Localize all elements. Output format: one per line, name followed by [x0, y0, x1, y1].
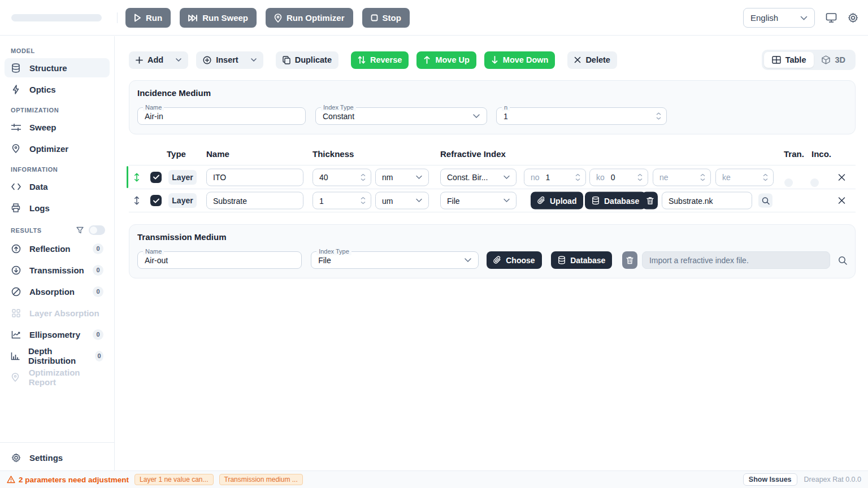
- delete-file-button[interactable]: [622, 251, 637, 269]
- layer-index-type-select[interactable]: Const. Bir...: [440, 168, 517, 186]
- incidence-n-stepper[interactable]: n: [496, 107, 667, 125]
- view-file-button[interactable]: [838, 256, 847, 265]
- layer-thickness-stepper[interactable]: [313, 192, 371, 210]
- duplicate-button[interactable]: Duplicate: [276, 51, 338, 69]
- sidebar-item-reflection[interactable]: Reflection 0: [5, 239, 110, 258]
- stepper-arrows-icon[interactable]: [763, 169, 768, 185]
- layer-checkbox[interactable]: [150, 172, 162, 183]
- import-file-field[interactable]: [642, 251, 830, 269]
- settings-button[interactable]: [848, 12, 858, 23]
- layer-thickness-stepper[interactable]: [313, 168, 371, 186]
- layer-name-field[interactable]: [206, 192, 303, 210]
- layer-ko-stepper[interactable]: ko: [589, 168, 648, 186]
- layer-ke-stepper[interactable]: ke: [715, 168, 774, 186]
- x-icon: [574, 56, 581, 63]
- arrow-up-icon: [423, 56, 431, 64]
- layer-file-field[interactable]: [662, 192, 752, 210]
- drag-handle-icon[interactable]: [133, 172, 140, 182]
- sidebar-item-structure[interactable]: Structure: [5, 58, 110, 77]
- three-d-view-label: 3D: [835, 55, 845, 64]
- ko-input[interactable]: [611, 173, 641, 182]
- layer-unit-select[interactable]: um: [375, 192, 429, 210]
- ke-prefix: ke: [722, 173, 731, 182]
- circle-plus-icon: [203, 56, 211, 64]
- layer-name-field[interactable]: [206, 168, 303, 186]
- layer-ne-stepper[interactable]: ne: [653, 168, 711, 186]
- results-toggle[interactable]: [89, 225, 105, 235]
- run-optimizer-button[interactable]: Run Optimizer: [266, 8, 353, 28]
- filter-icon[interactable]: [76, 226, 84, 234]
- app-header: Run Run Sweep Run Optimizer Stop English: [0, 0, 868, 36]
- view-file-button[interactable]: [758, 194, 772, 208]
- incidence-medium-panel: Incidence Medium Name Index Type Constan…: [129, 80, 856, 134]
- run-sweep-button[interactable]: Run Sweep: [180, 8, 257, 28]
- layer-index-type-select[interactable]: File: [440, 192, 517, 210]
- layer-thickness-input[interactable]: [319, 196, 364, 205]
- remove-layer-button[interactable]: [838, 173, 845, 181]
- sidebar-item-sweep[interactable]: Sweep: [5, 117, 110, 137]
- stepper-arrows-icon[interactable]: [637, 169, 643, 185]
- choose-file-button[interactable]: Choose: [487, 251, 541, 269]
- sidebar-item-optics[interactable]: Optics: [5, 80, 110, 99]
- stop-button[interactable]: Stop: [362, 8, 410, 28]
- run-button[interactable]: Run: [125, 8, 171, 28]
- table-icon: [772, 56, 781, 64]
- layer-name-input[interactable]: [213, 173, 297, 182]
- stepper-arrows-icon[interactable]: [656, 108, 661, 124]
- pin-icon: [274, 14, 282, 23]
- tab-table-view[interactable]: Table: [764, 52, 814, 68]
- layer-no-stepper[interactable]: no: [524, 168, 586, 186]
- incidence-n-input[interactable]: [504, 112, 659, 121]
- layer-thickness-input[interactable]: [319, 173, 364, 182]
- sidebar-item-data[interactable]: Data: [5, 177, 110, 196]
- layers-table: Type Name Thickness Refractive Index Tra…: [129, 147, 856, 212]
- layer-checkbox[interactable]: [150, 195, 162, 206]
- database-button[interactable]: Database: [551, 251, 612, 269]
- layer-file-input[interactable]: [669, 196, 745, 205]
- sidebar-item-transmission[interactable]: Transmission 0: [5, 260, 110, 280]
- issue-badge-transmission[interactable]: Transmission medium ...: [219, 474, 303, 485]
- tab-3d-view[interactable]: 3D: [814, 52, 853, 68]
- language-select[interactable]: English: [743, 8, 815, 28]
- stepper-arrows-icon[interactable]: [361, 169, 366, 185]
- insert-button[interactable]: Insert: [196, 51, 263, 69]
- reverse-button[interactable]: Reverse: [351, 51, 409, 69]
- transmission-index-type-select[interactable]: Index Type File: [311, 251, 478, 269]
- sidebar-item-optimizer[interactable]: Optimizer: [5, 139, 110, 158]
- delete-button[interactable]: Delete: [567, 51, 617, 69]
- add-button[interactable]: Add: [129, 51, 188, 69]
- sidebar-item-absorption[interactable]: Absorption 0: [5, 282, 110, 301]
- stepper-arrows-icon[interactable]: [361, 193, 366, 209]
- upload-button[interactable]: Upload: [531, 192, 583, 210]
- transmission-name-input[interactable]: [145, 256, 294, 265]
- import-file-input[interactable]: [649, 256, 823, 265]
- show-issues-button[interactable]: Show Issues: [743, 473, 797, 486]
- transmission-index-type-value: File: [318, 256, 331, 265]
- delete-file-button[interactable]: [642, 192, 658, 210]
- incidence-index-type-select[interactable]: Index Type Constant: [315, 107, 487, 125]
- move-down-button[interactable]: Move Down: [484, 51, 555, 69]
- remove-layer-button[interactable]: [838, 197, 845, 204]
- database-icon: [558, 256, 566, 264]
- layer-unit-select[interactable]: nm: [375, 168, 429, 186]
- sidebar-item-ellipsometry[interactable]: Ellipsometry 0: [5, 325, 110, 344]
- layer-name-input[interactable]: [213, 196, 297, 205]
- sidebar-item-depth-distribution[interactable]: Depth Distribution 0: [5, 346, 110, 365]
- bolt-icon: [11, 85, 21, 94]
- no-input[interactable]: [546, 173, 579, 182]
- move-up-button[interactable]: Move Up: [416, 51, 476, 69]
- copy-icon: [283, 56, 290, 64]
- transmission-name-field[interactable]: Name: [137, 251, 302, 269]
- delete-label: Delete: [585, 55, 610, 64]
- incidence-name-input[interactable]: [145, 112, 298, 121]
- sidebar-item-settings[interactable]: Settings: [5, 448, 110, 467]
- display-mode-button[interactable]: [826, 12, 837, 23]
- database-button[interactable]: Database: [585, 192, 646, 210]
- issue-badge-layer1[interactable]: Layer 1 ne value can...: [134, 474, 213, 485]
- stepper-arrows-icon[interactable]: [575, 169, 580, 185]
- incidence-name-field[interactable]: Name: [137, 107, 306, 125]
- stepper-arrows-icon[interactable]: [700, 169, 705, 185]
- drag-handle-icon[interactable]: [133, 196, 140, 206]
- header-divider: [117, 12, 118, 23]
- sidebar-item-logs[interactable]: Logs: [5, 198, 110, 217]
